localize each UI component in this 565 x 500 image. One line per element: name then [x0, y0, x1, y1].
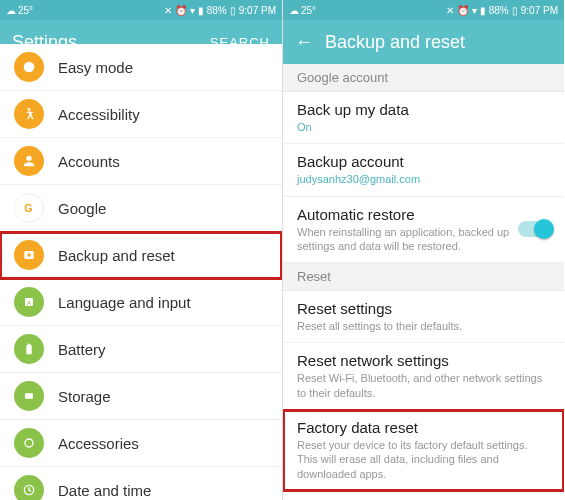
- page-title: Settings: [12, 32, 210, 53]
- svg-text:A: A: [27, 300, 31, 306]
- clock: 9:07 PM: [521, 5, 558, 16]
- setting-title: Back up my data: [297, 101, 550, 118]
- toggle-switch[interactable]: [518, 221, 552, 237]
- item-label: Accessories: [58, 435, 139, 452]
- battery-icon: ▯: [512, 5, 518, 16]
- setting-value: judysanhz30@gmail.com: [297, 172, 550, 186]
- search-button[interactable]: SEARCH: [210, 35, 270, 50]
- accessibility-icon: [14, 99, 44, 129]
- setting-backup-account[interactable]: Backup account judysanhz30@gmail.com: [283, 144, 564, 196]
- setting-reset-network[interactable]: Reset network settings Reset Wi-Fi, Blue…: [283, 343, 564, 410]
- language-icon: A: [14, 287, 44, 317]
- battery-icon: ▯: [230, 5, 236, 16]
- item-label: Language and input: [58, 294, 191, 311]
- temp: 25°: [18, 5, 33, 16]
- setting-description: When reinstalling an application, backed…: [297, 225, 510, 254]
- wifi-icon: ▾: [472, 5, 477, 16]
- settings-item-battery[interactable]: Battery: [0, 326, 282, 373]
- mute-icon: ✕: [446, 5, 454, 16]
- svg-point-10: [25, 439, 33, 447]
- setting-title: Factory data reset: [297, 419, 550, 436]
- temp: 25°: [301, 5, 316, 16]
- svg-point-2: [26, 156, 31, 161]
- page-title: Backup and reset: [325, 32, 552, 53]
- settings-screen: ☁ 25° ✕ ⏰ ▾ ▮ 88% ▯ 9:07 PM Settings SEA…: [0, 0, 282, 500]
- weather-icon: ☁: [6, 5, 16, 16]
- item-label: Google: [58, 200, 106, 217]
- status-bar: ☁ 25° ✕ ⏰ ▾ ▮ 88% ▯ 9:07 PM: [0, 0, 282, 20]
- backup-icon: [14, 240, 44, 270]
- settings-item-storage[interactable]: Storage: [0, 373, 282, 420]
- clock: 9:07 PM: [239, 5, 276, 16]
- datetime-icon: [14, 475, 44, 500]
- item-label: Easy mode: [58, 59, 133, 76]
- item-label: Backup and reset: [58, 247, 175, 264]
- mute-icon: ✕: [164, 5, 172, 16]
- setting-factory-reset[interactable]: Factory data reset Reset your device to …: [283, 410, 564, 491]
- setting-title: Backup account: [297, 153, 550, 170]
- weather-icon: ☁: [289, 5, 299, 16]
- item-label: Storage: [58, 388, 111, 405]
- google-icon: G: [14, 193, 44, 223]
- section-reset: Reset: [283, 263, 564, 291]
- setting-title: Reset network settings: [297, 352, 550, 369]
- back-button[interactable]: ←: [295, 32, 313, 53]
- settings-item-google[interactable]: G Google: [0, 185, 282, 232]
- item-label: Battery: [58, 341, 106, 358]
- accounts-icon: [14, 146, 44, 176]
- setting-automatic-restore[interactable]: Automatic restore When reinstalling an a…: [283, 197, 564, 264]
- alarm-icon: ⏰: [457, 5, 469, 16]
- settings-item-backup-reset[interactable]: Backup and reset: [0, 232, 282, 279]
- storage-icon: [14, 381, 44, 411]
- battery-pct: 88%: [207, 5, 227, 16]
- item-label: Accounts: [58, 153, 120, 170]
- easy-mode-icon: [14, 52, 44, 82]
- svg-rect-7: [26, 345, 31, 354]
- settings-item-datetime[interactable]: Date and time: [0, 467, 282, 500]
- svg-rect-9: [25, 393, 33, 398]
- setting-reset-settings[interactable]: Reset settings Reset all settings to the…: [283, 291, 564, 343]
- svg-point-0: [24, 62, 35, 73]
- settings-item-accounts[interactable]: Accounts: [0, 138, 282, 185]
- svg-point-1: [28, 108, 31, 111]
- accessories-icon: [14, 428, 44, 458]
- settings-item-accessibility[interactable]: Accessibility: [0, 91, 282, 138]
- setting-description: Reset Wi-Fi, Bluetooth, and other networ…: [297, 371, 550, 400]
- section-google-account: Google account: [283, 64, 564, 92]
- setting-title: Reset settings: [297, 300, 550, 317]
- item-label: Date and time: [58, 482, 151, 499]
- setting-backup-my-data[interactable]: Back up my data On: [283, 92, 564, 144]
- setting-description: Reset all settings to their defaults.: [297, 319, 550, 333]
- setting-value: On: [297, 120, 550, 134]
- settings-item-language[interactable]: A Language and input: [0, 279, 282, 326]
- wifi-icon: ▾: [190, 5, 195, 16]
- signal-icon: ▮: [198, 5, 204, 16]
- setting-description: Reset your device to its factory default…: [297, 438, 550, 481]
- battery-icon: [14, 334, 44, 364]
- status-bar: ☁ 25° ✕ ⏰ ▾ ▮ 88% ▯ 9:07 PM: [283, 0, 564, 20]
- setting-title: Automatic restore: [297, 206, 510, 223]
- app-bar: ← Backup and reset: [283, 20, 564, 64]
- svg-text:G: G: [24, 202, 32, 214]
- settings-item-accessories[interactable]: Accessories: [0, 420, 282, 467]
- svg-rect-8: [28, 344, 31, 345]
- battery-pct: 88%: [489, 5, 509, 16]
- backup-reset-screen: ☁ 25° ✕ ⏰ ▾ ▮ 88% ▯ 9:07 PM ← Backup and…: [282, 0, 564, 500]
- signal-icon: ▮: [480, 5, 486, 16]
- item-label: Accessibility: [58, 106, 140, 123]
- settings-list: Easy mode Accessibility Accounts G Googl…: [0, 44, 282, 500]
- alarm-icon: ⏰: [175, 5, 187, 16]
